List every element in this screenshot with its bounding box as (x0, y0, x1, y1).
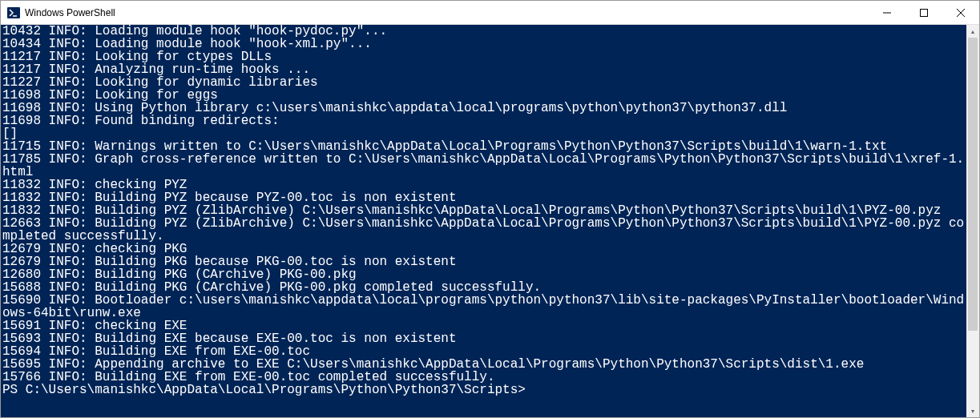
scroll-thumb[interactable] (968, 38, 978, 331)
terminal-area[interactable]: 10432 INFO: Loading module hook "hook-py… (1, 25, 979, 417)
close-button[interactable] (942, 1, 979, 24)
window-title: Windows PowerShell (25, 7, 869, 18)
vertical-scrollbar[interactable]: ▴ ▾ (966, 25, 979, 417)
scroll-track[interactable] (966, 38, 979, 404)
powershell-icon (7, 6, 20, 19)
svg-rect-3 (921, 9, 928, 16)
minimize-button[interactable] (869, 1, 905, 24)
scroll-up-arrow[interactable]: ▴ (966, 25, 979, 38)
terminal-output: 10432 INFO: Loading module hook "hook-py… (1, 25, 966, 396)
scroll-down-arrow[interactable]: ▾ (966, 404, 979, 417)
window-titlebar: Windows PowerShell (1, 1, 979, 25)
prompt: PS C:\Users\manishkc\AppData\Local\Progr… (2, 383, 534, 397)
maximize-button[interactable] (905, 1, 942, 24)
window-controls (869, 1, 979, 24)
